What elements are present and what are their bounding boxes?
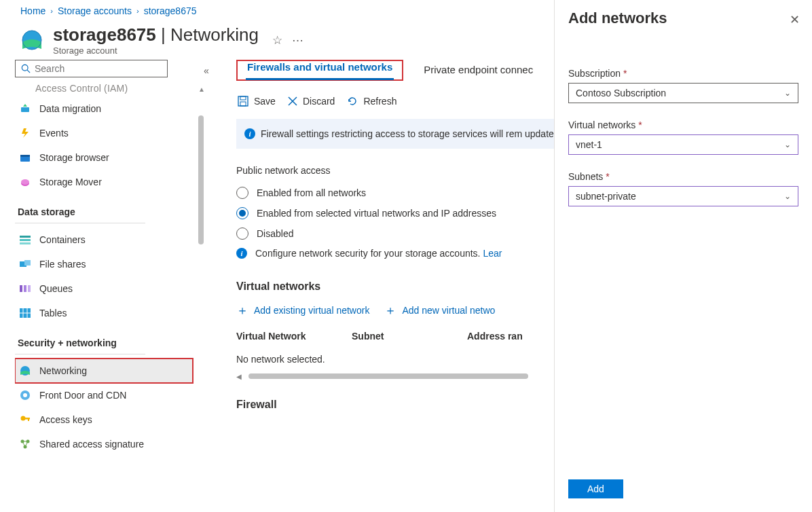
radio-label: Enabled from selected virtual networks a…	[257, 208, 496, 219]
sidebar-scrollbar-thumb[interactable]	[198, 115, 204, 244]
sidebar-group-data-storage: Data storage	[15, 194, 193, 220]
resource-name: storage8675	[53, 24, 156, 45]
sidebar: « Access Control (IAM) Data migration Ev…	[0, 56, 204, 507]
close-icon	[288, 96, 297, 106]
sidebar-item-label: Events	[39, 128, 69, 139]
svg-rect-16	[28, 285, 31, 292]
sidebar-item-label: Tables	[39, 308, 67, 318]
subnets-dropdown[interactable]: subnet-private ⌄	[568, 186, 798, 206]
more-icon[interactable]: ⋯	[292, 33, 303, 48]
sidebar-item-cutoff[interactable]: Access Control (IAM)	[15, 81, 193, 96]
svg-point-2	[22, 65, 28, 71]
sidebar-item-storage-browser[interactable]: Storage browser	[15, 145, 193, 170]
radio-icon	[236, 187, 248, 199]
front-door-icon	[19, 389, 31, 401]
subscription-dropdown[interactable]: Contoso Subscription ⌄	[568, 83, 798, 103]
learn-more-link[interactable]: Lear	[483, 248, 502, 259]
sidebar-item-label: Queues	[39, 283, 73, 294]
sidebar-item-label: Networking	[39, 365, 87, 376]
sidebar-item-queues[interactable]: Queues	[15, 276, 193, 301]
horizontal-scrollbar[interactable]: ◀	[236, 371, 528, 381]
virtual-networks-label: Virtual networks *	[568, 120, 798, 130]
refresh-button[interactable]: Refresh	[347, 96, 396, 107]
add-existing-vnet-button[interactable]: ＋ Add existing virtual network	[236, 302, 369, 318]
svg-rect-13	[24, 260, 31, 266]
info-icon: i	[244, 128, 255, 139]
svg-rect-9	[20, 236, 31, 238]
sidebar-search[interactable]	[15, 60, 168, 77]
chevron-down-icon: ⌄	[784, 191, 791, 201]
tables-icon	[19, 307, 31, 319]
svg-rect-4	[21, 107, 29, 112]
tab-private-endpoints[interactable]: Private endpoint connec	[422, 60, 534, 81]
refresh-icon	[347, 96, 358, 107]
divider	[15, 354, 145, 354]
globe-icon	[19, 365, 31, 377]
plus-icon: ＋	[236, 302, 248, 318]
crumb-current[interactable]: storage8675	[144, 5, 197, 16]
toolbar-label: Discard	[303, 96, 335, 107]
sidebar-item-file-shares[interactable]: File shares	[15, 252, 193, 276]
svg-line-3	[27, 70, 30, 73]
horizontal-scrollbar-thumb[interactable]	[248, 373, 528, 379]
sidebar-item-label: Access keys	[39, 414, 92, 425]
sidebar-nav: Access Control (IAM) Data migration Even…	[15, 81, 204, 512]
page-title-block: storage8675 | Networking Storage account	[53, 24, 259, 56]
lightning-icon	[19, 127, 31, 139]
sidebar-item-sas[interactable]: Shared access signature	[15, 432, 193, 456]
svg-point-23	[23, 393, 27, 397]
search-input[interactable]	[35, 63, 162, 74]
sidebar-item-data-migration[interactable]: Data migration	[15, 96, 193, 121]
sidebar-item-label: Shared access signature	[39, 439, 144, 450]
link-label: Add existing virtual network	[254, 305, 369, 316]
sidebar-item-containers[interactable]: Containers	[15, 227, 193, 252]
save-button[interactable]: Save	[238, 96, 276, 107]
sidebar-item-label: File shares	[39, 259, 86, 270]
svg-rect-32	[240, 102, 246, 106]
discard-button[interactable]: Discard	[288, 96, 335, 107]
close-panel-button[interactable]: ✕	[790, 12, 800, 27]
crumb-home[interactable]: Home	[20, 5, 45, 16]
plus-icon: ＋	[384, 302, 396, 318]
mover-icon	[19, 176, 31, 188]
add-new-vnet-button[interactable]: ＋ Add new virtual netwo	[384, 302, 495, 318]
sidebar-item-front-door[interactable]: Front Door and CDN	[15, 383, 193, 407]
dropdown-value: subnet-private	[576, 191, 636, 202]
sidebar-item-label: Front Door and CDN	[39, 390, 126, 401]
resource-type-label: Storage account	[53, 45, 259, 56]
key-icon	[19, 414, 31, 426]
sidebar-item-access-keys[interactable]: Access keys	[15, 407, 193, 432]
divider	[15, 223, 145, 223]
chevron-down-icon: ⌄	[784, 88, 791, 98]
subnets-label: Subnets *	[568, 171, 798, 182]
containers-icon	[19, 234, 31, 246]
sidebar-item-tables[interactable]: Tables	[15, 301, 193, 325]
virtual-networks-dropdown[interactable]: vnet-1 ⌄	[568, 134, 798, 155]
radio-label: Enabled from all networks	[257, 187, 366, 198]
tab-firewalls[interactable]: Firewalls and virtual networks	[246, 57, 394, 80]
sidebar-item-label: Data migration	[39, 103, 101, 114]
info-icon: i	[236, 248, 247, 259]
scroll-left-icon[interactable]: ◀	[236, 373, 242, 380]
subscription-label: Subscription *	[568, 68, 798, 79]
sidebar-item-storage-mover[interactable]: Storage Mover	[15, 170, 193, 194]
page-title: storage8675 | Networking	[53, 24, 259, 45]
sidebar-item-networking[interactable]: Networking	[15, 359, 193, 383]
chevron-right-icon: ›	[136, 7, 139, 15]
svg-rect-14	[20, 285, 22, 292]
link-label: Add new virtual netwo	[402, 305, 495, 316]
sidebar-group-security-networking: Security + networking	[15, 325, 193, 351]
svg-rect-26	[28, 419, 29, 421]
sidebar-item-events[interactable]: Events	[15, 121, 193, 145]
star-icon[interactable]: ☆	[272, 33, 282, 48]
crumb-storage-accounts[interactable]: Storage accounts	[58, 5, 132, 16]
toolbar-label: Save	[254, 96, 276, 107]
add-button[interactable]: Add	[568, 479, 623, 498]
sidebar-item-label: Containers	[39, 234, 86, 245]
svg-rect-30	[238, 96, 248, 106]
shared-access-icon	[19, 438, 31, 450]
svg-point-8	[21, 179, 29, 185]
svg-rect-10	[20, 239, 31, 241]
dropdown-value: Contoso Subscription	[576, 88, 666, 98]
svg-rect-15	[24, 285, 26, 292]
